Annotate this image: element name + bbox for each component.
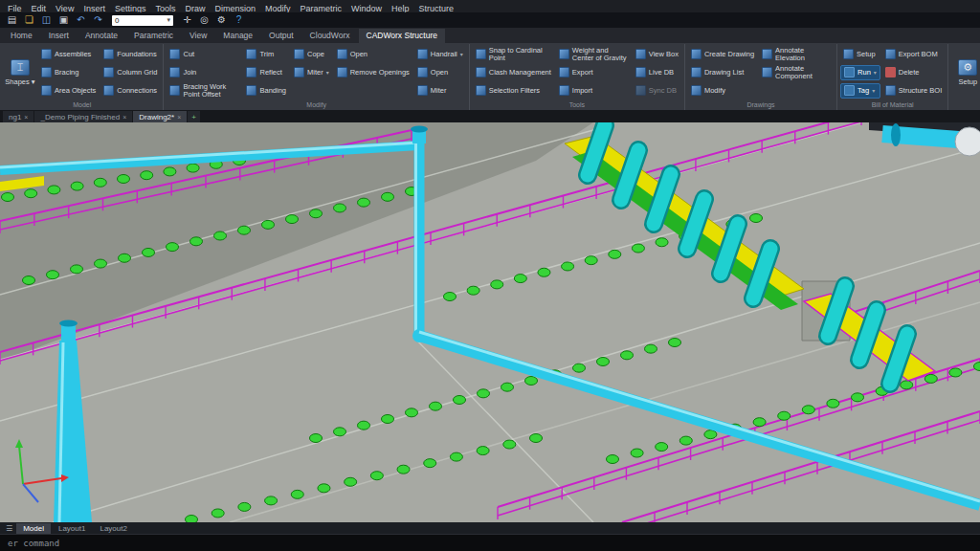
viewport-canvas[interactable] xyxy=(0,122,980,522)
button-remove-openings[interactable]: Remove Openings xyxy=(334,63,412,81)
chevron-down-icon: ▾ xyxy=(326,69,329,76)
ribbon-tab-parametric[interactable]: Parametric xyxy=(126,29,181,43)
button-area-objects[interactable]: Area Objects xyxy=(38,81,99,99)
button-connections[interactable]: Connections xyxy=(100,81,160,99)
pan-icon[interactable]: ✛ xyxy=(180,13,194,27)
button-create-drawing[interactable]: Create Drawing xyxy=(688,45,757,63)
layout-tab-layout2[interactable]: Layout2 xyxy=(93,523,133,534)
menu-structure[interactable]: Structure xyxy=(414,4,459,13)
menu-draw[interactable]: Draw xyxy=(180,4,210,13)
button-export-bom[interactable]: Export BOM xyxy=(882,45,945,63)
bracing-icon xyxy=(41,67,52,77)
button-handrail[interactable]: Handrail▾ xyxy=(414,45,466,63)
new-file-icon[interactable]: ▤ xyxy=(5,13,19,27)
export-bom-icon xyxy=(885,49,896,59)
close-icon[interactable]: × xyxy=(177,114,181,121)
banding-icon xyxy=(246,85,256,96)
button-open[interactable]: Open xyxy=(414,63,466,81)
drawing-tab-label: Drawing2* xyxy=(139,113,174,121)
button-setup[interactable]: Setup xyxy=(840,45,880,63)
drawing-tab-demo-piping-finished[interactable]: _Demo Piping Finished× xyxy=(34,111,132,122)
button-import[interactable]: Import xyxy=(556,81,631,99)
button-annotate-elevation[interactable]: Annotate Elevation xyxy=(759,45,834,63)
drawing-tab-label: _Demo Piping Finished xyxy=(40,113,120,121)
print-icon[interactable]: ▣ xyxy=(56,13,71,27)
button-foundations[interactable]: Foundations xyxy=(100,45,160,63)
drawing-tab-drawing2[interactable]: Drawing2*× xyxy=(133,111,187,122)
layer-selector[interactable]: 0▾ xyxy=(112,15,173,26)
menu-tools[interactable]: Tools xyxy=(150,4,180,13)
button-delete[interactable]: Delete xyxy=(882,63,945,81)
button-annotate-component[interactable]: Annotate Component xyxy=(759,63,834,81)
button-drawing-list[interactable]: Drawing List xyxy=(688,63,757,81)
button-clash-management[interactable]: Clash Management xyxy=(473,63,554,81)
button-tag[interactable]: Tag▾ xyxy=(840,83,880,99)
button-bracing[interactable]: Bracing xyxy=(38,63,99,81)
big-button-setup[interactable]: ⚙Setup xyxy=(951,45,980,99)
ribbon-tab-manage[interactable]: Manage xyxy=(215,29,260,43)
button-join[interactable]: Join xyxy=(167,63,241,81)
ribbon-tab-cloudworx[interactable]: CloudWorx xyxy=(302,29,358,43)
menu-help[interactable]: Help xyxy=(387,4,414,13)
layout-tab-layout1[interactable]: Layout1 xyxy=(52,523,92,534)
menu-view[interactable]: View xyxy=(51,4,78,13)
layout-tab-model[interactable]: Model xyxy=(16,523,51,534)
button-selection-filters[interactable]: Selection Filters xyxy=(473,81,554,99)
button-trim[interactable]: Trim xyxy=(243,45,289,63)
menu-edit[interactable]: Edit xyxy=(27,4,52,13)
chevron-down-icon: ▾ xyxy=(460,51,463,57)
button-reflect[interactable]: Reflect xyxy=(243,63,289,81)
save-icon[interactable]: ◫ xyxy=(39,13,54,27)
button-assemblies[interactable]: Assemblies xyxy=(38,45,99,63)
close-icon[interactable]: × xyxy=(24,114,28,121)
button-column-grid[interactable]: Column Grid xyxy=(100,63,160,81)
menu-insert[interactable]: Insert xyxy=(78,4,110,13)
button-run[interactable]: Run▾ xyxy=(840,65,880,80)
open-icon xyxy=(417,67,428,77)
button-live-db[interactable]: Live DB xyxy=(633,63,681,81)
menu-settings[interactable]: Settings xyxy=(110,4,151,13)
ribbon-tab-home[interactable]: Home xyxy=(3,29,40,43)
button-bracing-work-point-offset[interactable]: Bracing Work Point Offset xyxy=(167,81,241,99)
button-cut[interactable]: Cut xyxy=(167,45,241,63)
layout-menu-icon[interactable]: ☰ xyxy=(3,524,15,533)
zoom-icon[interactable]: ◎ xyxy=(197,13,212,27)
ribbon-tab-view[interactable]: View xyxy=(182,29,214,43)
big-button-shapes[interactable]: ⌶Shapes ▾ xyxy=(4,45,36,99)
ribbon-tab-output[interactable]: Output xyxy=(261,29,301,43)
menu-modify[interactable]: Modify xyxy=(260,4,296,13)
button-banding[interactable]: Banding xyxy=(243,81,289,99)
button-structure-boi[interactable]: Structure BOI xyxy=(882,81,945,99)
button-weight-and-center-of-gravity[interactable]: Weight and Center of Gravity xyxy=(556,45,631,63)
ribbon-tab-cadworx-structure[interactable]: CADWorx Structure xyxy=(359,29,445,43)
ribbon-tab-annotate[interactable]: Annotate xyxy=(78,29,125,43)
menu-dimension[interactable]: Dimension xyxy=(210,4,260,13)
cut-icon xyxy=(169,49,180,59)
new-drawing-tab-button[interactable]: + xyxy=(188,111,200,122)
command-line[interactable]: er command xyxy=(0,534,980,551)
button-export[interactable]: Export xyxy=(556,63,631,81)
open-folder-icon[interactable]: ❏ xyxy=(22,13,36,27)
button-cope[interactable]: Cope xyxy=(291,45,332,63)
trim-icon xyxy=(246,49,256,59)
button-open[interactable]: Open xyxy=(334,45,412,63)
close-icon[interactable]: × xyxy=(122,114,126,121)
menu-parametric[interactable]: Parametric xyxy=(296,4,347,13)
help-icon[interactable]: ? xyxy=(232,13,246,27)
settings-icon[interactable]: ⚙ xyxy=(214,13,229,27)
menu-window[interactable]: Window xyxy=(346,4,387,13)
button-sync-db[interactable]: Sync DB xyxy=(633,81,681,99)
drawing-tab-ng1[interactable]: ng1× xyxy=(3,111,33,122)
button-miter[interactable]: Miter▾ xyxy=(291,63,332,81)
button-view-box[interactable]: View Box xyxy=(633,45,681,63)
tag-icon xyxy=(844,85,855,96)
menu-file[interactable]: File xyxy=(3,4,27,13)
undo-icon[interactable]: ↶ xyxy=(74,13,88,27)
button-miter[interactable]: Miter xyxy=(414,81,466,99)
button-modify[interactable]: Modify xyxy=(688,81,757,99)
redo-icon[interactable]: ↷ xyxy=(91,13,105,27)
area-objects-icon xyxy=(41,85,52,96)
panel-title: Modify xyxy=(167,100,465,110)
button-snap-to-cardinal-point[interactable]: Snap to Cardinal Point xyxy=(473,45,547,63)
ribbon-tab-insert[interactable]: Insert xyxy=(41,29,77,43)
